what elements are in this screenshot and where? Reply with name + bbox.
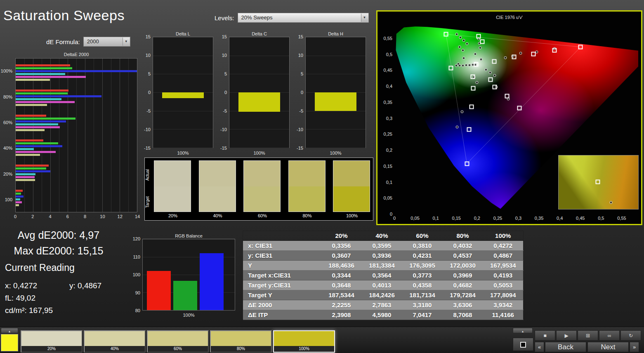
deltae-bar-green <box>16 167 46 169</box>
y-tick: 5 <box>301 71 303 76</box>
y-tick: 5 <box>224 71 227 76</box>
chart-title: Delta C <box>229 31 290 36</box>
deltae-bar-magenta <box>16 76 86 78</box>
target-marker <box>467 127 472 132</box>
play-button[interactable]: ▶ <box>556 330 577 341</box>
deltae-bar-red <box>16 89 68 92</box>
table-cell: 179,7284 <box>443 290 483 300</box>
patch-button-40%[interactable]: 40% <box>84 330 146 353</box>
measurement-marker <box>462 39 465 42</box>
x-axis-label: 100% <box>153 151 213 155</box>
current-reading-title: Current Reading <box>5 262 75 273</box>
square-icon <box>520 342 526 348</box>
de-formula-dropdown[interactable]: 2000 ▼ <box>83 37 130 47</box>
target-color-swatch <box>333 186 370 212</box>
patch-button-100%[interactable]: 100% <box>273 330 335 353</box>
measurement-marker <box>474 53 477 56</box>
table-cell: 0,3344 <box>321 271 362 280</box>
target-marker <box>465 161 469 166</box>
deltaC-bar <box>238 92 281 112</box>
deltae-bar-yellow <box>16 79 50 81</box>
y-tick: 10 <box>146 53 151 58</box>
fit-button[interactable]: ⊞ <box>578 330 598 341</box>
table-header: 20% <box>321 231 362 241</box>
y-tick: 110 <box>133 254 140 259</box>
deltae-bar-magenta <box>16 126 60 128</box>
target-marker <box>471 74 475 79</box>
table-cell: 4,5980 <box>362 310 402 320</box>
deltae-x-tick: 6 <box>66 214 69 219</box>
patch-label: 60% <box>148 346 208 352</box>
table-cell: 184,2426 <box>362 290 402 300</box>
table-cell: 177,8094 <box>483 290 524 300</box>
refresh-button[interactable]: ↻ <box>620 330 641 341</box>
table-cell: 0,4193 <box>483 271 524 280</box>
loop-button[interactable]: ∞ <box>599 330 620 341</box>
measurement-marker <box>465 64 468 67</box>
y-tick: 100 <box>133 272 140 277</box>
table-cell: 172,0030 <box>443 261 483 271</box>
table-cell: 181,3384 <box>362 261 402 271</box>
deltae-chart-title: DeltaE 2000 <box>15 52 137 57</box>
back-button[interactable]: Back <box>545 342 586 352</box>
patch-button-60%[interactable]: 60% <box>147 330 209 353</box>
table-cell: 187,5344 <box>321 290 362 300</box>
measure-button[interactable] <box>513 338 533 351</box>
chart-title: Delta L <box>153 31 213 36</box>
target-marker <box>444 32 448 37</box>
y-tick: -10 <box>144 127 151 132</box>
gridline <box>153 56 213 56</box>
target-marker <box>449 66 453 70</box>
y-axis-labels: 1201101009080 <box>131 239 142 311</box>
back-arrow-button[interactable]: « <box>535 342 544 352</box>
table-cell: 2,7863 <box>362 300 402 310</box>
row-label: ΔE 2000 <box>243 300 321 310</box>
deltae-bar-red <box>16 64 70 66</box>
actual-color-swatch <box>289 161 325 186</box>
patch-button-80%[interactable]: 80% <box>210 330 272 353</box>
stop-button[interactable]: ■ <box>535 330 555 341</box>
measurement-marker <box>535 51 538 54</box>
levels-dropdown[interactable]: 20% Sweeps ▼ <box>238 13 369 23</box>
row-label: Target Y <box>243 290 321 300</box>
cie-y-tick: 0,4 <box>379 84 392 89</box>
table-cell: 2,3908 <box>321 310 362 320</box>
collapse-right-tab[interactable]: ▲ <box>513 328 533 333</box>
gridline <box>306 129 366 129</box>
cie-x-tick: 0,55 <box>617 216 626 221</box>
table-header: 40% <box>362 231 402 241</box>
target-marker <box>505 94 510 99</box>
deltae-y-tick: 80% <box>3 94 12 99</box>
x-axis-label: 100% <box>305 151 366 155</box>
target-marker <box>578 45 583 49</box>
table-row: Y188,4636181,3384176,3095172,0030167,953… <box>243 261 524 271</box>
measurement-table: 20%40%60%80%100%x: CIE310,33560,35950,38… <box>243 231 524 320</box>
table-cell: 0,4537 <box>443 251 483 261</box>
rgb-bar-green <box>173 281 197 310</box>
forward-arrow-button[interactable]: » <box>630 342 639 352</box>
table-cell: 3,9342 <box>483 300 524 310</box>
deltae-bar-magenta <box>16 151 56 153</box>
deltae-bar-cyan <box>16 98 61 100</box>
table-header: 80% <box>443 231 483 241</box>
deltae-bar-yellow <box>16 179 35 181</box>
patch-button-20%[interactable]: 20% <box>21 330 83 353</box>
measurement-marker <box>461 111 464 113</box>
levels-label: Levels: <box>215 14 234 21</box>
swatch-label: 40% <box>199 213 237 218</box>
table-cell: 0,3648 <box>321 280 362 290</box>
deltaH-plot <box>305 37 366 148</box>
deltae-bar-yellow <box>16 104 47 106</box>
table-row: ΔE ITP2,39084,59807,04178,706811,4166 <box>243 310 524 320</box>
table-cell: 0,3969 <box>443 271 483 280</box>
cie-x-tick: 0 <box>393 216 396 221</box>
loop-icon: ∞ <box>608 333 611 339</box>
deltae-bar-green <box>16 193 21 195</box>
target-marker <box>493 85 497 89</box>
table-row: y: CIE310,36070,39360,42310,45370,4867 <box>243 251 524 261</box>
measurement-marker <box>485 68 488 71</box>
collapse-left-tab[interactable]: ▲ <box>1 328 18 333</box>
target-marker <box>477 34 481 39</box>
y-tick: -5 <box>299 108 303 113</box>
next-button[interactable]: Next <box>587 342 629 352</box>
